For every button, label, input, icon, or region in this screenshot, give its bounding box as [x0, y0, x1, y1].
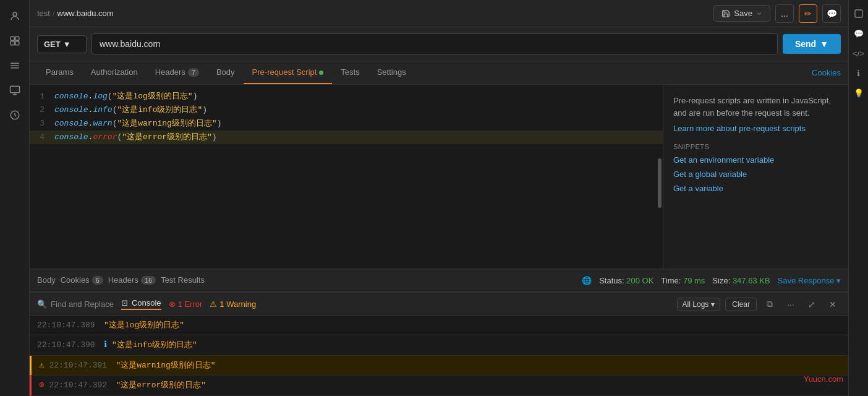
tab-headers[interactable]: Headers7: [147, 61, 208, 84]
logs-chevron-icon: ▾: [711, 300, 715, 309]
warning-count: 1 Warning: [219, 299, 256, 309]
scrollbar-thumb[interactable]: [658, 158, 662, 208]
topbar-actions: Save ... ✏ 💬: [713, 4, 841, 23]
sidebar-history-icon[interactable]: [4, 30, 26, 52]
size-label: Size: 347.63 KB: [712, 276, 770, 285]
tab-tests[interactable]: Tests: [332, 61, 368, 84]
log-entry-4: ⊗ 22:10:47.392 "这是error级别的日志": [30, 376, 848, 396]
code-text-1: console.log("这是log级别的日志"): [54, 90, 197, 103]
log-time-3: 22:10:47.391: [49, 360, 111, 371]
learn-more-link[interactable]: Learn more about pre-request scripts: [673, 124, 838, 133]
code-text-2: console.info("这是info级别的日志"): [54, 103, 207, 117]
resp-tab-cookies[interactable]: Cookies6: [61, 270, 103, 291]
find-replace-button[interactable]: 🔍 Find and Replace: [37, 299, 114, 309]
edit-icon: ✏: [804, 9, 812, 19]
code-text-4: console.error("这是error级别的日志"): [54, 131, 217, 144]
error-badge[interactable]: ⊗ 1 Error: [169, 299, 203, 309]
rs-agent-icon[interactable]: [850, 5, 867, 22]
size-value: 347.63 KB: [733, 276, 770, 285]
console-tab-label: Console: [132, 298, 161, 308]
clear-button[interactable]: Clear: [725, 298, 757, 311]
pre-request-dot: [319, 71, 323, 75]
console-toolbar: 🔍 Find and Replace ⊡ Console ⊗ 1 Error ⚠…: [30, 293, 848, 316]
tab-pre-request-script[interactable]: Pre-request Script: [244, 61, 333, 84]
tab-params[interactable]: Params: [37, 61, 82, 84]
method-chevron-icon: ▼: [63, 40, 71, 49]
rs-lamp-icon[interactable]: 💡: [850, 84, 867, 101]
rs-comment-icon[interactable]: 💬: [850, 25, 867, 42]
warning-badge[interactable]: ⚠ 1 Warning: [210, 299, 256, 309]
cookies-resp-badge: 6: [92, 276, 103, 285]
log-entries: 22:10:47.389 "这是log级别的日志" 22:10:47.390 ℹ…: [30, 316, 848, 396]
more-button[interactable]: ...: [775, 4, 794, 23]
right-sidebar: 💬 </> ℹ 💡: [848, 0, 868, 396]
method-select[interactable]: GET ▼: [37, 35, 87, 53]
code-editor[interactable]: 1 console.log("这是log级别的日志") 2 console.in…: [30, 85, 663, 269]
tab-authorization[interactable]: Authorization: [82, 61, 147, 84]
search-icon: 🔍: [37, 299, 47, 309]
rs-code-icon[interactable]: </>: [850, 45, 867, 62]
edit-button[interactable]: ✏: [799, 4, 817, 23]
svg-rect-7: [855, 10, 862, 17]
sidebar-collections-icon[interactable]: [4, 54, 26, 77]
console-tab-icon: ⊡: [121, 298, 128, 308]
tab-settings[interactable]: Settings: [368, 61, 415, 84]
main-content: test / www.baidu.com Save ... ✏ 💬 GET ▼: [30, 0, 848, 396]
log-entry-1: 22:10:47.389 "这是log级别的日志": [30, 316, 848, 335]
status-label: Status: 200 OK: [599, 276, 653, 285]
headers-resp-badge: 16: [141, 276, 156, 285]
response-tabs: Body Cookies6 Headers16 Test Results 🌐 S…: [30, 269, 848, 292]
url-input[interactable]: [91, 33, 778, 54]
rs-info-icon[interactable]: ℹ: [850, 64, 867, 82]
code-line-1: 1 console.log("这是log级别的日志"): [30, 90, 663, 103]
resp-tab-test-results[interactable]: Test Results: [161, 270, 205, 291]
resp-tab-body[interactable]: Body: [37, 270, 56, 291]
save-label: Save: [734, 9, 752, 18]
info-icon: ℹ: [104, 339, 107, 351]
copy-button[interactable]: ⧉: [762, 296, 778, 312]
line-number-4: 4: [30, 131, 54, 144]
comment-icon: 💬: [827, 9, 837, 19]
time-value: 79 ms: [683, 276, 705, 285]
log-time-4: 22:10:47.392: [49, 380, 111, 391]
send-button[interactable]: Send ▼: [783, 34, 841, 54]
sidebar-mock-icon[interactable]: [4, 104, 26, 126]
save-response-button[interactable]: Save Response ▾: [778, 276, 841, 285]
more-console-button[interactable]: ···: [783, 296, 799, 312]
topbar: test / www.baidu.com Save ... ✏ 💬: [30, 0, 848, 27]
error-entry-icon: ⊗: [39, 379, 44, 392]
sidebar-environments-icon[interactable]: [4, 79, 26, 101]
console-tab[interactable]: ⊡ Console: [121, 298, 161, 310]
send-label: Send: [795, 39, 816, 49]
snippet-global-var[interactable]: Get a global variable: [673, 170, 838, 179]
snippet-var[interactable]: Get a variable: [673, 184, 838, 193]
sidebar-home-icon[interactable]: [4, 5, 26, 27]
svg-rect-1: [11, 37, 14, 40]
snippet-env-var[interactable]: Get an environment variable: [673, 155, 838, 165]
save-button[interactable]: Save: [713, 5, 770, 22]
breadcrumb: test / www.baidu.com: [37, 9, 114, 18]
log-entry-3: ⚠ 22:10:47.391 "这是warning级别的日志": [30, 356, 848, 376]
content-area: 1 console.log("这是log级别的日志") 2 console.in…: [30, 85, 848, 269]
tab-body[interactable]: Body: [208, 61, 244, 84]
right-panel: Pre-request scripts are written in JavaS…: [663, 85, 848, 269]
headers-badge: 7: [188, 68, 199, 77]
code-text-3: console.warn("这是warning级别的日志"): [54, 117, 221, 131]
code-line-2: 2 console.info("这是info级别的日志"): [30, 103, 663, 117]
save-icon: [721, 9, 730, 18]
comment-button[interactable]: 💬: [822, 4, 841, 23]
error-count: 1 Error: [178, 299, 203, 309]
response-status: 🌐 Status: 200 OK Time: 79 ms Size: 347.6…: [582, 276, 841, 285]
logs-select[interactable]: All Logs ▾: [677, 298, 721, 311]
svg-point-0: [13, 12, 17, 16]
breadcrumb-parent: test: [37, 9, 50, 18]
log-msg-1: "这是log级别的日志": [104, 320, 184, 331]
cookies-link[interactable]: Cookies: [812, 68, 841, 77]
warning-entry-icon: ⚠: [39, 359, 44, 372]
watermark: Yuucn.com: [804, 374, 843, 384]
close-console-button[interactable]: ✕: [825, 296, 841, 312]
external-link-icon[interactable]: ⤢: [804, 296, 820, 312]
resp-tab-headers[interactable]: Headers16: [108, 270, 156, 291]
logs-label: All Logs: [683, 300, 709, 309]
error-circle-icon: ⊗: [169, 299, 176, 309]
